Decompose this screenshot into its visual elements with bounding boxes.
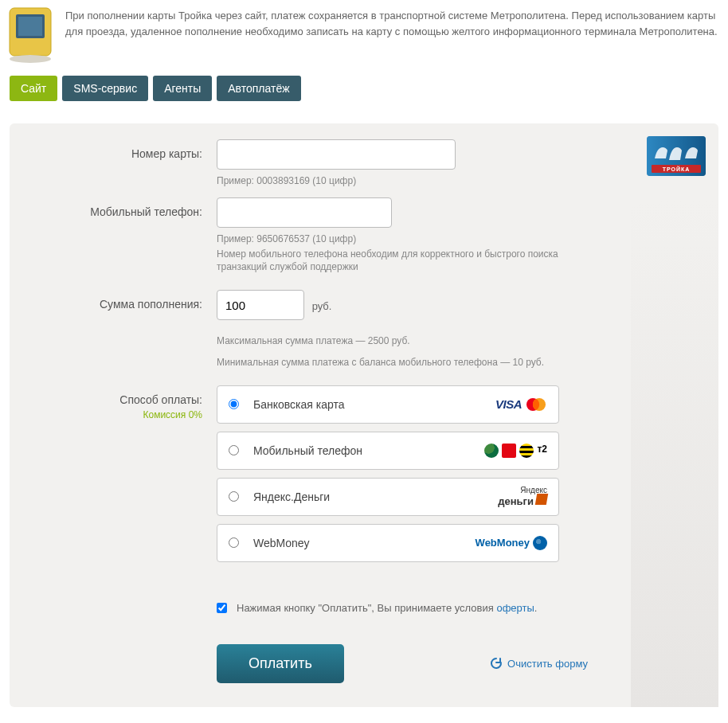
tab-agents[interactable]: Агенты xyxy=(153,76,212,101)
pay-option-webmoney-radio[interactable] xyxy=(229,537,239,548)
row-card-number: Номер карты: Пример: 0003893169 (10 цифр… xyxy=(29,139,699,188)
info-block: При пополнении карты Тройка через сайт, … xyxy=(0,0,728,76)
clear-form-link[interactable]: Очистить форму xyxy=(490,657,588,670)
card-number-input[interactable] xyxy=(217,139,456,170)
pay-option-card-radio[interactable] xyxy=(229,399,239,409)
row-amount: Сумма пополнения: руб. Максимальная сумм… xyxy=(29,290,699,369)
pay-option-webmoney-label: WebMoney xyxy=(253,537,476,549)
pay-option-yandex[interactable]: Яндекс.Деньги Яндекс деньги xyxy=(217,478,559,516)
phone-label: Мобильный телефон: xyxy=(29,197,217,274)
pay-option-mobile-radio[interactable] xyxy=(229,445,239,455)
terminal-icon xyxy=(6,5,54,64)
visa-logo-icon: VISA xyxy=(495,397,522,411)
operator-beeline-icon xyxy=(519,444,534,458)
amount-label: Сумма пополнения: xyxy=(29,290,217,369)
row-payment-method: Способ оплаты: Комиссия 0% Банковская ка… xyxy=(29,385,699,570)
svg-rect-2 xyxy=(18,17,42,36)
svg-point-3 xyxy=(10,55,51,63)
row-phone: Мобильный телефон: Пример: 9650676537 (1… xyxy=(29,197,699,274)
pay-button[interactable]: Оплатить xyxy=(217,644,344,683)
pay-option-webmoney[interactable]: WebMoney WebMoney xyxy=(217,524,559,562)
commission-label: Комиссия 0% xyxy=(29,409,202,420)
amount-input[interactable] xyxy=(217,290,304,320)
tab-sms[interactable]: SMS-сервис xyxy=(62,76,148,101)
amount-hint-2: Минимальная сумма платежа с баланса моби… xyxy=(217,356,559,369)
info-text: При пополнении карты Тройка через сайт, … xyxy=(65,5,722,64)
operator-mts-icon xyxy=(502,444,516,458)
phone-input[interactable] xyxy=(217,197,392,228)
terms-text: Нажимая кнопку "Оплатить", Вы принимаете… xyxy=(237,602,537,614)
troika-card-image: ТРОЙКА xyxy=(647,136,706,176)
phone-hint-2: Номер мобильного телефона необходим для … xyxy=(217,248,559,275)
offer-link[interactable]: оферты xyxy=(496,602,534,614)
pay-option-yandex-label: Яндекс.Деньги xyxy=(253,490,498,503)
yandex-money-logo-icon: Яндекс деньги xyxy=(498,487,547,506)
operator-tele2-icon: т2 xyxy=(537,444,547,458)
pay-option-card[interactable]: Банковская карта VISA xyxy=(217,385,559,424)
svg-text:ТРОЙКА: ТРОЙКА xyxy=(663,166,691,172)
payment-form: ТРОЙКА Номер карты: Пример: 0003893169 (… xyxy=(10,123,718,707)
terms-row: Нажимая кнопку "Оплатить", Вы принимаете… xyxy=(217,602,588,614)
terms-checkbox[interactable] xyxy=(217,603,227,613)
amount-hint-1: Максимальная сумма платежа — 2500 руб. xyxy=(217,334,559,348)
tab-autopay[interactable]: Автоплатёж xyxy=(217,76,300,101)
tabs: Сайт SMS-сервис Агенты Автоплатёж xyxy=(0,76,728,101)
pay-option-mobile-label: Мобильный телефон xyxy=(253,444,484,457)
pay-option-card-label: Банковская карта xyxy=(253,398,495,411)
tab-site[interactable]: Сайт xyxy=(10,76,57,101)
amount-unit: руб. xyxy=(312,300,332,312)
mastercard-logo-icon xyxy=(525,397,547,412)
reload-icon xyxy=(490,657,503,670)
card-number-hint: Пример: 0003893169 (10 цифр) xyxy=(217,174,559,188)
pay-method-label: Способ оплаты: xyxy=(29,393,202,406)
clear-form-label: Очистить форму xyxy=(507,658,588,670)
phone-hint-1: Пример: 9650676537 (10 цифр) xyxy=(217,233,559,246)
card-number-label: Номер карты: xyxy=(29,139,217,188)
pay-option-yandex-radio[interactable] xyxy=(229,491,239,502)
webmoney-logo-icon: WebMoney xyxy=(476,536,547,550)
operator-megafon-icon xyxy=(484,444,499,458)
pay-option-mobile[interactable]: Мобильный телефон т2 xyxy=(217,432,559,470)
